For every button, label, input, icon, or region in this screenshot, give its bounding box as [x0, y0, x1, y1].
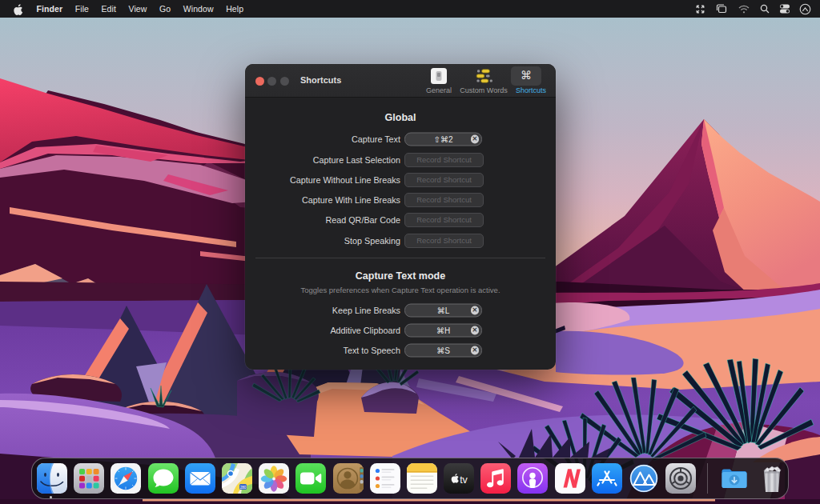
svg-text:280: 280 — [240, 486, 247, 490]
svg-text:tv: tv — [460, 474, 468, 486]
